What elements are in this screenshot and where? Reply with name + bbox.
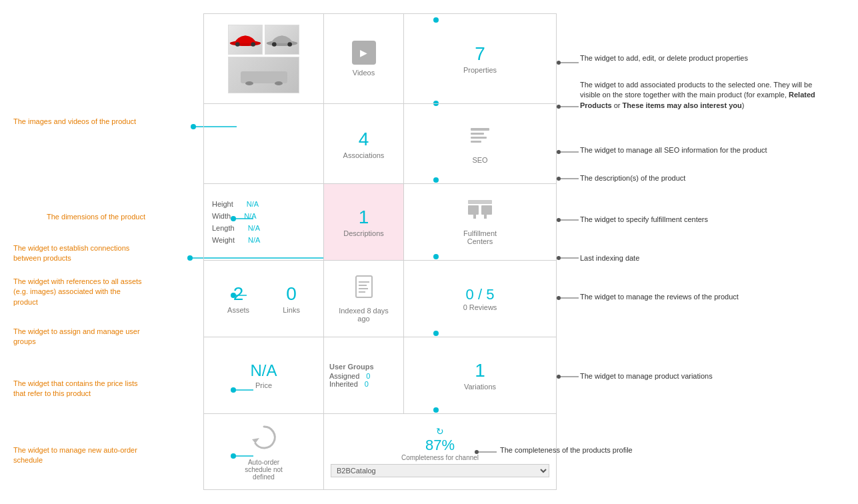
svg-point-29	[557, 256, 561, 260]
assets-number: 2	[233, 283, 244, 305]
svg-point-11	[187, 255, 193, 261]
associations-cell[interactable]: 4 Associations	[324, 104, 404, 183]
autoorder-label: Auto-orderschedule notdefined	[245, 459, 283, 481]
assets-item: 2 Assets	[227, 283, 249, 314]
annotation-fulfillment-text: The widget to specify fulfillment center…	[580, 215, 708, 223]
assets-links-cell[interactable]: 2 Assets 0 Links	[204, 261, 324, 337]
links-label: Links	[283, 306, 300, 314]
fulfillment-cell[interactable]: FulfillmentCenters	[404, 184, 556, 260]
svg-rect-45	[471, 128, 489, 131]
svg-rect-46	[471, 133, 484, 135]
completeness-refresh-icon[interactable]: ↻	[436, 426, 444, 437]
annotation-usergroups-text: The widget to assign and manage usergrou…	[13, 327, 140, 345]
reviews-number: 0 / 5	[466, 286, 495, 303]
svg-rect-54	[356, 276, 372, 297]
descriptions-cell[interactable]: 1 Descriptions	[324, 184, 404, 260]
seo-cell[interactable]: SEO	[404, 104, 556, 183]
annotation-dimensions-text: The dimensions of the product	[47, 213, 145, 221]
annotation-seo: The widget to manage all SEO information…	[580, 145, 833, 155]
height-label: Height	[212, 200, 233, 208]
svg-point-31	[557, 296, 561, 300]
svg-point-7	[191, 124, 196, 129]
weight-label: Weight	[212, 236, 235, 244]
price-label: Price	[255, 381, 272, 389]
row-3: Height N/A Width N/A Length N/A Weight N…	[203, 183, 557, 260]
widget-grid: Videos 7 Properties 4 Associations	[203, 13, 557, 490]
annotation-autoorder: The widget to manage new auto-ordersched…	[13, 445, 137, 466]
main-container: Videos 7 Properties 4 Associations	[0, 0, 858, 504]
annotation-properties: The widget to add, edit, or delete produ…	[580, 53, 833, 63]
svg-rect-47	[471, 137, 487, 139]
svg-point-21	[557, 105, 561, 109]
associations-number: 4	[359, 129, 369, 150]
svg-point-33	[557, 375, 561, 379]
annotation-connections: The widget to establish connectionsbetwe…	[13, 243, 129, 264]
svg-point-44	[275, 81, 283, 85]
svg-point-27	[557, 218, 561, 222]
svg-rect-49	[468, 205, 479, 215]
annotation-assets: The widget with references to all assets…	[13, 277, 142, 307]
properties-cell[interactable]: 7 Properties	[404, 14, 556, 103]
annotation-autoorder-text: The widget to manage new auto-ordersched…	[13, 446, 137, 464]
dimensions-cell: Height N/A Width N/A Length N/A Weight N…	[204, 184, 324, 260]
annotation-completeness: The completeness of the products profile	[500, 445, 753, 455]
svg-point-23	[557, 150, 561, 154]
annotation-images-text: The images and videos of the product	[13, 117, 136, 125]
usergroups-cell[interactable]: User Groups Assigned 0 Inherited 0	[324, 337, 404, 413]
annotation-indexing-text: Last indexing date	[580, 254, 639, 262]
annotation-fulfillment: The widget to specify fulfillment center…	[580, 215, 833, 225]
completeness-percent: 87%	[425, 437, 455, 454]
length-value: N/A	[248, 224, 260, 232]
row2-empty	[204, 104, 324, 183]
annotation-images: The images and videos of the product	[13, 117, 136, 127]
indexed-cell[interactable]: Indexed 8 daysago	[324, 261, 404, 337]
videos-cell[interactable]: Videos	[324, 14, 404, 103]
price-value: N/A	[250, 361, 277, 380]
product-image-2	[265, 25, 299, 55]
variations-number: 1	[475, 360, 485, 381]
indexed-icon	[354, 275, 374, 303]
autoorder-icon	[250, 423, 278, 456]
completeness-channel-select[interactable]: B2BCatalog	[331, 464, 549, 477]
svg-rect-56	[359, 285, 367, 286]
indexed-label: Indexed 8 daysago	[339, 307, 389, 323]
inherited-row: Inherited 0	[329, 380, 369, 388]
completeness-for-channel: Completeness for channel	[401, 454, 479, 461]
images-cell[interactable]	[204, 14, 324, 103]
annotation-reviews: The widget to manage the reviews of the …	[580, 292, 833, 302]
reviews-label: 0 Reviews	[463, 303, 497, 311]
descriptions-number: 1	[359, 207, 369, 228]
videos-label: Videos	[353, 69, 375, 77]
descriptions-label: Descriptions	[343, 229, 384, 237]
inherited-label: Inherited	[329, 380, 358, 388]
price-cell[interactable]: N/A Price	[204, 337, 324, 413]
svg-rect-57	[359, 288, 368, 289]
annotation-completeness-text: The completeness of the products profile	[500, 446, 633, 454]
associations-label: Associations	[343, 151, 385, 159]
autoorder-cell[interactable]: Auto-orderschedule notdefined	[204, 414, 324, 489]
svg-point-37	[235, 42, 240, 47]
svg-rect-55	[359, 281, 369, 283]
annotation-reviews-text: The widget to manage the reviews of the …	[580, 293, 739, 301]
product-image-3	[228, 57, 299, 93]
svg-rect-58	[359, 291, 365, 293]
reviews-cell[interactable]: 0 / 5 0 Reviews	[404, 261, 556, 337]
fulfillment-icon	[467, 199, 493, 225]
svg-point-38	[251, 42, 255, 47]
annotation-assets-text: The widget with references to all assets…	[13, 277, 142, 306]
width-row: Width N/A	[212, 212, 256, 220]
row-2: 4 Associations SEO	[203, 103, 557, 183]
svg-point-43	[245, 81, 253, 85]
svg-point-19	[557, 61, 561, 65]
annotation-properties-text: The widget to add, edit, or delete produ…	[580, 54, 748, 62]
assigned-count: 0	[366, 372, 370, 380]
annotation-usergroups: The widget to assign and manage usergrou…	[13, 327, 140, 347]
variations-cell[interactable]: 1 Variations	[404, 337, 556, 413]
video-icon	[352, 41, 376, 65]
properties-label: Properties	[463, 66, 497, 74]
annotation-associated: The widget to add associated products to…	[580, 80, 833, 111]
weight-row: Weight N/A	[212, 236, 260, 244]
annotation-descriptions: The description(s) of the product	[580, 173, 833, 183]
assets-label: Assets	[227, 306, 249, 314]
properties-number: 7	[475, 43, 485, 65]
